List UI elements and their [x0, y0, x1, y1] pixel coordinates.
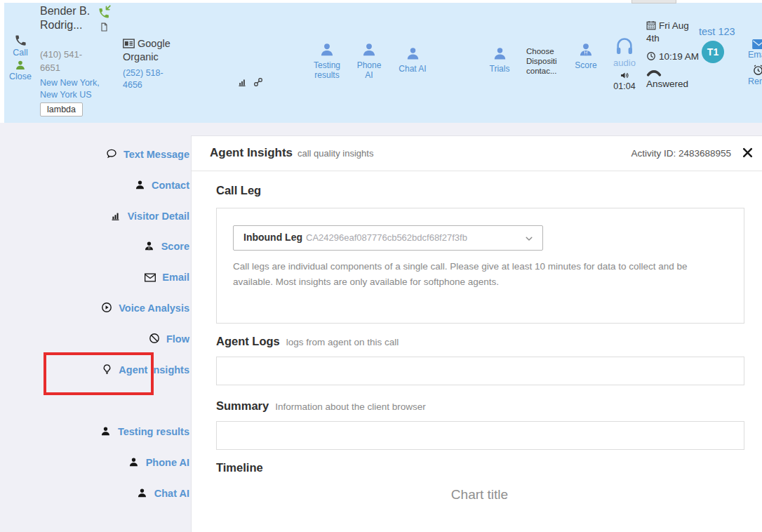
newspaper-icon: [123, 39, 135, 48]
mini-toolbar: [237, 77, 267, 90]
person-tie-icon: [578, 42, 594, 58]
play-circle-icon: [101, 302, 112, 313]
sidebar-item-voice-analysis[interactable]: Voice Analysis: [101, 302, 189, 314]
headphones-icon[interactable]: [614, 36, 635, 56]
person-icon: [128, 457, 139, 467]
call-status: Answered: [646, 69, 701, 91]
sidebar-item-agent-insights[interactable]: Agent Insights: [102, 364, 189, 376]
person-icon: [319, 42, 335, 58]
call-button[interactable]: Call: [4, 48, 36, 58]
caller-name: Bender B. Rodrig...: [40, 4, 100, 32]
call-date: Fri Aug 4th: [646, 20, 701, 45]
page-subtitle: call quality insights: [298, 148, 373, 159]
person-icon: [100, 426, 111, 437]
bar-chart-icon[interactable]: [237, 78, 247, 87]
selected-leg-label: Inbound Leg: [243, 232, 302, 243]
chevron-down-icon: [524, 234, 534, 244]
person-icon[interactable]: [15, 60, 26, 71]
clipped-popup-fragment: [631, 0, 676, 4]
side-actions: Email Reminder: [748, 39, 762, 91]
sidebar-item-chat-ai[interactable]: Chat AI: [137, 487, 189, 500]
bar-chart-icon: [110, 211, 121, 221]
caller-phone-number[interactable]: (410) 541-6651: [40, 48, 100, 74]
agent-name[interactable]: test 123: [699, 26, 735, 37]
sidebar-item-testing-results[interactable]: Testing results: [100, 425, 189, 438]
reminder-button[interactable]: Reminder: [748, 64, 762, 86]
timeline-heading: Timeline: [216, 461, 263, 474]
slash-circle-icon: [149, 333, 160, 344]
tracking-number[interactable]: (252) 518-4656: [123, 67, 178, 91]
agent-logs-subtitle: logs from agent on this call: [286, 337, 399, 347]
calendar-icon: [646, 20, 656, 30]
avatar[interactable]: T1: [702, 41, 724, 63]
alarm-clock-icon: [752, 64, 762, 76]
score-button[interactable]: Score: [565, 42, 607, 70]
speaker-icon[interactable]: [620, 71, 629, 80]
call-leg-description: Call legs are individual components of a…: [233, 259, 709, 290]
person-icon: [137, 488, 147, 498]
clock-icon: [646, 51, 656, 61]
speech-bubble-icon: [106, 148, 117, 159]
timeline-chart-title: Chart title: [216, 487, 743, 503]
call-leg-heading: Call Leg: [216, 184, 261, 197]
sidebar-item-flow[interactable]: Flow: [149, 333, 189, 345]
phone-ai-button[interactable]: Phone AI: [348, 42, 390, 80]
call-duration: 01:04: [609, 81, 640, 91]
agent-logs-heading: Agent Logslogs from agent on this call: [216, 335, 399, 348]
choose-disposition-label[interactable]: Choose Dispositi contac...: [526, 46, 566, 76]
agent-insights-panel: Agent Insights call quality insights Act…: [191, 135, 762, 532]
summary-heading: SummaryInformation about the client brow…: [216, 399, 426, 413]
call-leg-section: Inbound Leg CA24296eaf087776cb562bdcf68f…: [216, 208, 744, 324]
app-window: Call Close Bender B. Rodrig... (410) 541…: [0, 0, 762, 532]
summary-subtitle: Information about the client browser: [275, 401, 426, 412]
link-icon[interactable]: [253, 77, 263, 87]
close-button[interactable]: Close: [4, 72, 36, 81]
caller-location[interactable]: New New York, New York US: [40, 77, 110, 101]
sidebar-item-text-message[interactable]: Text Message: [106, 148, 189, 161]
agent-logs-box: [216, 357, 744, 385]
audio-label[interactable]: audio: [609, 58, 640, 68]
audio-player: audio 01:04: [609, 36, 640, 91]
call-leg-select[interactable]: Inbound Leg CA24296eaf087776cb562bdcf68f…: [233, 225, 543, 251]
sidebar-item-contact[interactable]: Contact: [135, 179, 189, 192]
call-time: 10:19 AM: [646, 51, 701, 63]
chat-ai-button[interactable]: Chat AI: [392, 46, 434, 74]
sidebar-item-phone-ai[interactable]: Phone AI: [128, 456, 189, 469]
lightbulb-icon: [102, 364, 112, 375]
call-header: Call Close Bender B. Rodrig... (410) 541…: [4, 3, 762, 123]
summary-box: [216, 421, 744, 450]
person-icon: [135, 180, 145, 190]
incoming-call-icon: [97, 5, 112, 20]
call-source: Google Organic: [123, 37, 178, 64]
testing-results-button[interactable]: Testing results: [306, 42, 348, 80]
sidebar-item-email[interactable]: Email: [145, 271, 189, 284]
person-tie-icon: [144, 241, 154, 251]
activity-id: Activity ID: 2483688955: [631, 148, 731, 159]
envelope-icon: [145, 273, 156, 282]
phone-icon[interactable]: [14, 34, 27, 47]
selected-leg-code: CA24296eaf087776cb562bdcf68f27f3fb: [306, 232, 467, 243]
page-title: Agent Insights: [210, 146, 293, 160]
person-icon: [493, 46, 507, 61]
sidebar-item-score[interactable]: Score: [144, 240, 189, 253]
envelope-icon: [752, 39, 762, 49]
call-meta: Fri Aug 4th 10:19 AM Answered: [646, 20, 701, 91]
person-icon: [406, 46, 420, 61]
close-icon[interactable]: [742, 147, 754, 159]
sidebar-item-visitor-detail[interactable]: Visitor Detail: [110, 210, 189, 222]
trials-button[interactable]: Trials: [479, 46, 521, 74]
handset-icon: [646, 69, 662, 77]
email-button[interactable]: Email: [748, 39, 762, 60]
person-icon: [361, 42, 377, 58]
caller-tag: lambda: [40, 102, 83, 117]
document-icon[interactable]: [100, 22, 109, 32]
panel-header: Agent Insights call quality insights Act…: [192, 136, 762, 171]
